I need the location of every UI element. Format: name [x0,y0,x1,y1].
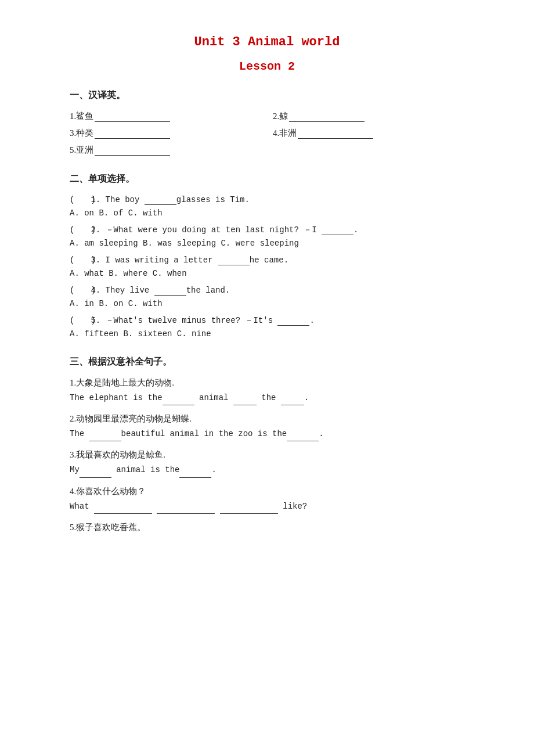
s3-english-1: The elephant is the animal the . [70,391,464,405]
section-1-header: 一、汉译英。 [70,89,464,102]
mc-options-1: A. on B. of C. with [70,208,464,218]
vocab-item-3: 3.种类 [70,128,261,139]
section-2: 二、单项选择。 ( ) 1. The boy glasses is Tim. A… [70,173,464,339]
vocab-num-2: 2.鲸 [273,111,288,121]
s3-blank-1c [281,405,304,405]
s3-chinese-4: 4.你喜欢什么动物？ [70,486,464,497]
s3-chinese-5: 5.猴子喜欢吃香蕉。 [70,522,464,533]
vocab-blank-3 [95,138,170,139]
mc-blank-2 [322,235,353,235]
mc-q1-text: 1. The boy glasses is Tim. [91,195,249,204]
s3-blank-3a [80,477,111,478]
mc-question-1: ( ) 1. The boy glasses is Tim. [70,195,464,205]
vocab-num-3: 3.种类 [70,128,93,138]
mc-item-1: ( ) 1. The boy glasses is Tim. A. on B. … [70,195,464,218]
vocab-num-1: 1.鲨鱼 [70,111,93,121]
mc-question-5: ( ) 5. －What's twelve minus three? －It's… [70,315,464,326]
s3-english-3: My animal is the. [70,463,464,477]
s3-blank-1a [163,405,194,405]
mc-item-3: ( ) 3. I was writing a letter he came. A… [70,255,464,278]
mc-q2-text: 2. －What were you doing at ten last nigh… [91,225,358,235]
section-2-header: 二、单项选择。 [70,173,464,185]
s3-item-5: 5.猴子喜欢吃香蕉。 [70,522,464,533]
mc-options-4: A. in B. on C. with [70,299,464,308]
s3-item-1: 1.大象是陆地上最大的动物. The elephant is the anima… [70,377,464,405]
s3-english-4: What like? [70,499,464,514]
s3-item-2: 2.动物园里最漂亮的动物是蝴蝶. The beautiful animal in… [70,413,464,441]
section-1: 一、汉译英。 1.鲨鱼 2.鲸 3.种类 4.非洲 5.亚洲 [70,89,464,156]
mc-paren-5: ( ) [70,315,86,326]
s3-blank-4b [157,513,215,514]
vocab-item-4: 4.非洲 [273,128,464,139]
mc-options-5: A. fifteen B. sixteen C. nine [70,329,464,339]
mc-q5-text: 5. －What's twelve minus three? －It's . [91,316,314,325]
s3-blank-2a [89,441,121,441]
s3-chinese-1: 1.大象是陆地上最大的动物. [70,377,464,388]
vocab-blank-2 [289,121,365,122]
s3-item-3: 3.我最喜欢的动物是鲸鱼. My animal is the. [70,449,464,477]
vocab-blank-1 [95,121,170,122]
s3-chinese-3: 3.我最喜欢的动物是鲸鱼. [70,449,464,460]
vocab-grid: 1.鲨鱼 2.鲸 3.种类 4.非洲 5.亚洲 [70,111,464,156]
mc-blank-3 [218,265,250,265]
vocab-num-5: 5.亚洲 [70,145,93,154]
vocab-item-5: 5.亚洲 [70,145,261,156]
s3-blank-2b [287,441,319,441]
mc-paren-1: ( ) [70,195,86,205]
unit-title: Unit 3 Animal world [70,35,464,49]
vocab-item-1: 1.鲨鱼 [70,111,261,122]
s3-english-2: The beautiful animal in the zoo is the. [70,427,464,441]
mc-options-2: A. am sleeping B. was sleeping C. were s… [70,239,464,248]
mc-item-4: ( ) 4. They live the land. A. in B. on C… [70,285,464,308]
mc-paren-4: ( ) [70,285,86,296]
mc-paren-2: ( ) [70,225,86,235]
s3-blank-3b [179,477,211,478]
s3-blank-1b [233,405,257,405]
mc-question-2: ( ) 2. －What were you doing at ten last … [70,225,464,235]
mc-q4-text: 4. They live the land. [91,286,230,295]
vocab-blank-4 [298,138,373,139]
s3-blank-4c [220,513,278,514]
section-3-header: 三、根据汉意补全句子。 [70,356,464,368]
mc-blank-5 [277,325,309,326]
mc-paren-3: ( ) [70,255,86,265]
mc-item-2: ( ) 2. －What were you doing at ten last … [70,225,464,248]
mc-question-3: ( ) 3. I was writing a letter he came. [70,255,464,265]
mc-item-5: ( ) 5. －What's twelve minus three? －It's… [70,315,464,339]
section-3: 三、根据汉意补全句子。 1.大象是陆地上最大的动物. The elephant … [70,356,464,533]
mc-blank-4 [154,295,186,296]
mc-options-3: A. what B. where C. when [70,269,464,278]
mc-blank-1 [145,204,176,205]
vocab-item-2: 2.鲸 [273,111,464,122]
s3-blank-4a [94,513,152,514]
lesson-title: Lesson 2 [70,60,464,73]
mc-q3-text: 3. I was writing a letter he came. [91,255,288,265]
s3-item-4: 4.你喜欢什么动物？ What like? [70,486,464,514]
s3-chinese-2: 2.动物园里最漂亮的动物是蝴蝶. [70,413,464,424]
mc-question-4: ( ) 4. They live the land. [70,285,464,296]
vocab-num-4: 4.非洲 [273,128,297,138]
vocab-blank-5 [95,155,170,156]
